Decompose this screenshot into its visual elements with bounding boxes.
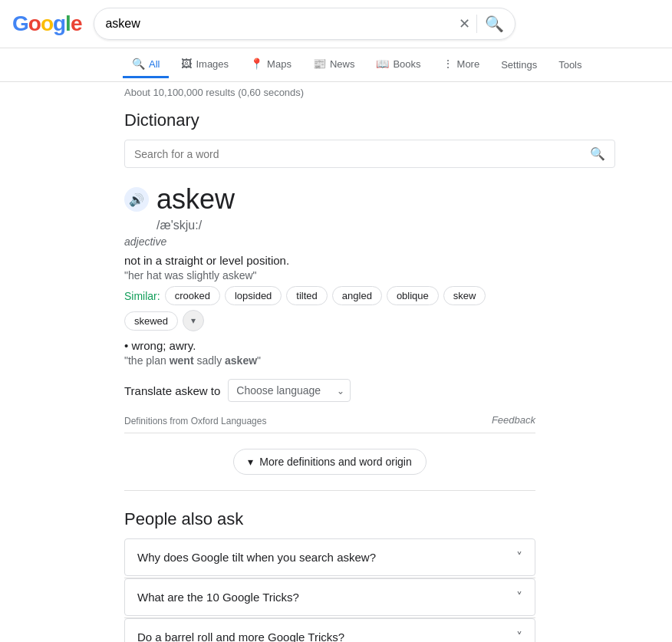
tab-news-label: News <box>330 58 355 70</box>
translate-label: Translate askew to <box>124 384 220 397</box>
tab-all[interactable]: 🔍 All <box>123 51 169 78</box>
nav-tabs: 🔍 All 🖼 Images 📍 Maps 📰 News 📖 Books ⋮ M… <box>0 48 672 82</box>
clear-icon[interactable]: ✕ <box>459 15 470 32</box>
chevron-down-icon-3: ˅ <box>516 630 522 642</box>
dict-search-icon: 🔍 <box>590 147 605 161</box>
tools-link[interactable]: Tools <box>549 53 591 77</box>
all-icon: 🔍 <box>132 58 145 70</box>
more-icon: ⋮ <box>443 58 453 70</box>
images-icon: 🖼 <box>181 58 192 70</box>
similar-row: Similar: crooked lopsided tilted angled … <box>124 286 535 331</box>
def-2-bullet: • wrong; awry. <box>124 339 535 352</box>
tab-maps[interactable]: 📍 Maps <box>241 51 301 78</box>
definition-1: not in a straight or level position. "he… <box>124 254 535 331</box>
definition-2: • wrong; awry. "the plan went sadly aske… <box>124 339 535 367</box>
tab-books[interactable]: 📖 Books <box>367 51 430 78</box>
word-type: adjective <box>124 235 535 248</box>
news-icon: 📰 <box>313 58 326 70</box>
synonym-angled[interactable]: angled <box>332 286 382 305</box>
tab-more[interactable]: ⋮ More <box>433 51 489 78</box>
results-count: About 10,100,000 results (0,60 seconds) <box>0 82 672 103</box>
synonym-oblique[interactable]: oblique <box>387 286 439 305</box>
dictionary-section: Dictionary 🔍 🔊 askew /æ'skju:/ adjective… <box>124 110 535 491</box>
paa-question-3: Do a barrel roll and more Google Tricks? <box>137 630 344 642</box>
tab-all-label: All <box>149 58 160 70</box>
section-title: Dictionary <box>124 110 535 130</box>
paa-item-3[interactable]: Do a barrel roll and more Google Tricks?… <box>124 618 535 642</box>
tab-more-label: More <box>457 58 480 70</box>
search-input[interactable] <box>105 17 459 31</box>
synonym-tilted[interactable]: tilted <box>286 286 327 305</box>
word-header: 🔊 askew <box>124 183 535 216</box>
chevron-down-icon-2: ˅ <box>516 590 522 604</box>
header: Google ✕ 🔍 <box>0 0 672 48</box>
synonym-skew[interactable]: skew <box>443 286 486 305</box>
attribution-row: Feedback Definitions from Oxford Languag… <box>124 414 535 426</box>
word-entry: 🔊 askew /æ'skju:/ adjective not in a str… <box>124 183 535 367</box>
search-button[interactable]: 🔍 <box>476 15 504 33</box>
nav-right: Settings Tools <box>492 53 591 77</box>
def-1-text: not in a straight or level position. <box>124 254 535 267</box>
word-title: askew <box>156 183 235 216</box>
synonym-crooked[interactable]: crooked <box>165 286 220 305</box>
audio-button[interactable]: 🔊 <box>124 187 149 212</box>
chevron-down-icon: ▾ <box>248 456 253 468</box>
feedback-link[interactable]: Feedback <box>492 414 535 426</box>
def-2-example: "the plan went sadly askew" <box>124 354 535 367</box>
google-logo[interactable]: Google <box>12 12 81 36</box>
maps-icon: 📍 <box>250 58 263 70</box>
def-1-example: "her hat was slightly askew" <box>124 269 535 281</box>
people-also-ask: People also ask Why does Google tilt whe… <box>124 509 535 642</box>
language-select-wrapper: Choose language <box>228 379 351 402</box>
language-select[interactable]: Choose language <box>228 379 351 402</box>
pronunciation: /æ'skju:/ <box>156 219 535 232</box>
expand-synonyms-button[interactable]: ▾ <box>183 310 204 331</box>
tab-news[interactable]: 📰 News <box>304 51 364 78</box>
paa-question-1: Why does Google tilt when you search ask… <box>137 551 376 564</box>
similar-label: Similar: <box>124 290 160 302</box>
translate-row: Translate askew to Choose language <box>124 379 535 402</box>
chevron-down-icon: ˅ <box>516 550 522 565</box>
dictionary-search-input[interactable] <box>134 148 590 160</box>
more-defs-label: More definitions and word origin <box>259 456 411 468</box>
divider-top <box>124 433 535 433</box>
paa-title: People also ask <box>124 509 535 529</box>
tab-images-label: Images <box>196 58 229 70</box>
main-content: Dictionary 🔍 🔊 askew /æ'skju:/ adjective… <box>0 103 660 642</box>
tab-images[interactable]: 🖼 Images <box>172 51 238 78</box>
divider-bottom <box>124 490 535 491</box>
paa-question-2: What are the 10 Google Tricks? <box>137 591 299 604</box>
settings-link[interactable]: Settings <box>492 53 546 77</box>
more-definitions-button[interactable]: ▾ More definitions and word origin <box>233 449 426 475</box>
synonym-lopsided[interactable]: lopsided <box>225 286 282 305</box>
synonym-skewed[interactable]: skewed <box>124 311 178 331</box>
attribution: Definitions from Oxford Languages <box>124 416 266 426</box>
tab-books-label: Books <box>393 58 420 70</box>
search-bar: ✕ 🔍 <box>94 8 516 40</box>
books-icon: 📖 <box>376 58 389 70</box>
paa-item-1[interactable]: Why does Google tilt when you search ask… <box>124 538 535 576</box>
more-defs-center: ▾ More definitions and word origin <box>124 440 535 484</box>
dictionary-search-box: 🔍 <box>124 140 615 168</box>
tab-maps-label: Maps <box>267 58 292 70</box>
paa-item-2[interactable]: What are the 10 Google Tricks? ˅ <box>124 578 535 616</box>
